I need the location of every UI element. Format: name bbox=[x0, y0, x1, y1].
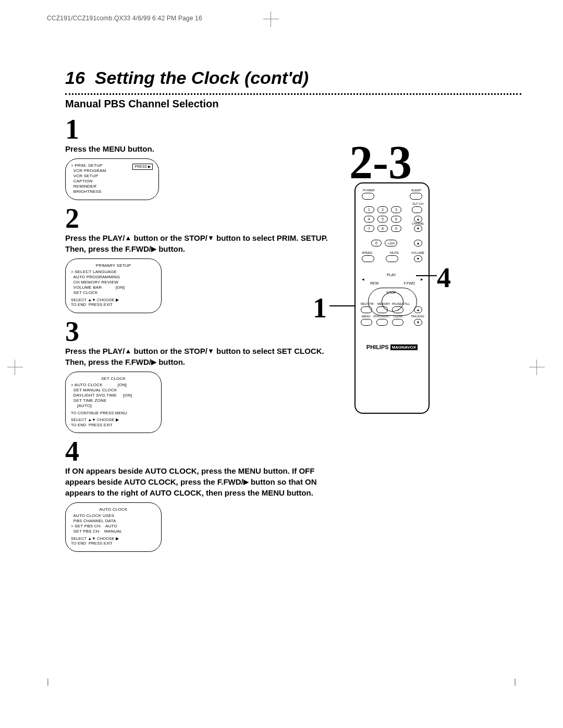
num-3-button: 3 bbox=[391, 206, 401, 213]
menu-title: AUTO CLOCK bbox=[71, 507, 156, 512]
menu-screen-2: PRIMARY SETUP > SELECT LANGUAGE AUTO PRO… bbox=[65, 258, 162, 313]
step-4-text: If ON appears beside AUTO CLOCK, press t… bbox=[65, 465, 331, 498]
left-triangle-icon: ◀ bbox=[362, 277, 364, 281]
menu-row: CAPTION bbox=[71, 179, 153, 184]
label-recotr: REC/OTR bbox=[361, 302, 374, 305]
track-up-button: ▲ bbox=[414, 306, 422, 313]
memory-button bbox=[376, 306, 388, 313]
vol-up-button: ▲ bbox=[414, 240, 422, 246]
label-ffwd: F.FWD bbox=[404, 281, 415, 285]
right-triangle-icon: ▶ bbox=[243, 478, 249, 486]
menu-button bbox=[361, 319, 372, 326]
track-down-button: ▼ bbox=[414, 319, 422, 326]
speed-button bbox=[362, 255, 374, 262]
label-rew: REW bbox=[370, 281, 378, 285]
num-8-button: 8 bbox=[377, 225, 388, 232]
registration-mark-right bbox=[529, 360, 545, 375]
menu-screen-4-frame: AUTO CLOCK AUTO CLOCK USES PBS CHANNEL D… bbox=[65, 502, 162, 552]
title-divider bbox=[65, 90, 521, 95]
menu-title: PRIMARY SETUP bbox=[71, 263, 156, 268]
menu-row: SET CLOCK bbox=[71, 290, 156, 295]
right-triangle-icon: ▶ bbox=[151, 358, 156, 366]
t: Press the PLAY/ bbox=[65, 347, 125, 355]
down-triangle-icon: ▼ bbox=[207, 234, 214, 242]
page-content: 16 Setting the Clock (cont'd) Manual PBS… bbox=[65, 68, 519, 552]
step-4-number: 4 bbox=[65, 437, 519, 465]
menu-row: AUTO PROGRAMMING bbox=[71, 275, 156, 280]
menu-row: > AUTO CLOCK [ON] bbox=[71, 382, 156, 388]
brand-b: MAGNAVOX bbox=[390, 344, 418, 350]
step-1-text: Press the MENU button. bbox=[65, 143, 331, 154]
menu-row: VCR SETUP bbox=[71, 174, 153, 179]
num-4-button: 4 bbox=[364, 216, 374, 223]
step-3-number: 3 bbox=[65, 317, 519, 346]
num-7-button: 7 bbox=[364, 225, 374, 232]
num-2-button: 2 bbox=[377, 206, 388, 213]
num-6-button: 6 bbox=[391, 216, 401, 223]
menu-row: SET MANUAL CLOCK bbox=[71, 388, 156, 393]
menu-screen-3: SET CLOCK > AUTO CLOCK [ON] SET MANUAL C… bbox=[65, 372, 162, 433]
brand-a: PHILIPS bbox=[366, 344, 389, 350]
t: Press the PLAY/ bbox=[65, 233, 125, 242]
brand-label: PHILIPS MAGNAVOX bbox=[360, 344, 424, 350]
label-volume: VOLUME bbox=[411, 251, 424, 254]
menu-row: > SELECT LANGUAGE bbox=[71, 269, 156, 275]
menu-title: SET CLOCK bbox=[71, 376, 156, 381]
menu-screen-3-frame: SET CLOCK > AUTO CLOCK [ON] SET MANUAL C… bbox=[65, 372, 162, 433]
menu-footer: SELECT ▲▼ CHOOSE ▶ TO END PRESS EXIT bbox=[71, 298, 156, 307]
statusexit-button bbox=[376, 319, 388, 326]
callout-1-line bbox=[329, 305, 354, 306]
label-tracking: TRACKING bbox=[411, 315, 424, 318]
remote-inner: POWER SLEEP ALT CH 1 2 3 4 5 6 ▲ CHANNEL… bbox=[360, 188, 424, 409]
menu-row: BRIGHTNESS bbox=[71, 189, 153, 194]
pausestill-button bbox=[392, 306, 403, 313]
menu-footer: SELECT ▲▼ CHOOSE ▶ TO END PRESS EXIT bbox=[71, 536, 156, 546]
remote-body: POWER SLEEP ALT CH 1 2 3 4 5 6 ▲ CHANNEL… bbox=[354, 182, 430, 414]
num-100-button: +100 bbox=[385, 240, 397, 246]
t: button. bbox=[156, 357, 185, 366]
menu-row: SET TIME ZONE bbox=[71, 398, 156, 403]
step-1-number: 1 bbox=[65, 115, 519, 143]
menu-footer: SELECT ▲▼ CHOOSE ▶ TO END PRESS EXIT bbox=[71, 417, 156, 427]
up-triangle-icon: ▲ bbox=[125, 234, 132, 242]
label-mute: MUTE bbox=[390, 251, 399, 254]
menu-screen-2-frame: PRIMARY SETUP > SELECT LANGUAGE AUTO PRO… bbox=[65, 258, 162, 313]
num-9-button: 9 bbox=[391, 225, 401, 232]
menu-row: VOLUME BAR [ON] bbox=[71, 285, 156, 290]
step-2-text: Press the PLAY/▲ button or the STOP/▼ bu… bbox=[65, 232, 331, 254]
page-number: 16 bbox=[65, 68, 85, 88]
ch-down-button: ▼ bbox=[414, 225, 422, 232]
label-pausestill: PAUSE/STILL bbox=[392, 302, 410, 305]
power-button bbox=[362, 193, 374, 200]
t: button. bbox=[156, 244, 185, 253]
sleep-button bbox=[410, 193, 422, 200]
menu-row: CH MEMORY REVIEW bbox=[71, 280, 156, 285]
label-clear: CLEAR bbox=[393, 315, 402, 318]
label-play: PLAY bbox=[387, 273, 396, 277]
press-indicator: PRESS ▶ bbox=[132, 164, 153, 170]
menu-screen-4: AUTO CLOCK AUTO CLOCK USES PBS CHANNEL D… bbox=[65, 502, 162, 552]
footer-mark-left: | bbox=[47, 677, 49, 686]
right-triangle-icon: ▶ bbox=[151, 245, 156, 253]
menu-row: AUTO CLOCK USES bbox=[71, 513, 156, 519]
page-title: 16 Setting the Clock (cont'd) bbox=[65, 68, 519, 88]
footer-mark-right: | bbox=[514, 677, 516, 686]
num-5-button: 5 bbox=[377, 216, 388, 223]
page-title-text: Setting the Clock (cont'd) bbox=[95, 68, 309, 88]
altch-button bbox=[412, 206, 422, 213]
registration-mark-top bbox=[263, 11, 279, 27]
menu-mid: TO CONTINUE PRESS MENU bbox=[71, 411, 156, 415]
t: button or the STOP/ bbox=[131, 347, 207, 355]
menu-row: > SET PBS CH. AUTO bbox=[71, 524, 156, 529]
label-memory: MEMORY bbox=[377, 302, 390, 305]
menu-row: PBS CHANNEL DATA bbox=[71, 519, 156, 524]
down-triangle-icon: ▼ bbox=[207, 347, 214, 355]
label-altch: ALT CH bbox=[412, 202, 423, 205]
menu-row: SET PBS CH. MANUAL bbox=[71, 529, 156, 534]
menu-row: DAYLIGHT SVG.TIME [ON] bbox=[71, 393, 156, 398]
callout-1: 1 bbox=[313, 292, 327, 324]
up-triangle-icon: ▲ bbox=[125, 347, 132, 355]
t: button or the STOP/ bbox=[131, 233, 207, 242]
menu-screen-1: PRESS ▶ > PRIM. SETUP VCR PROGRAM VCR SE… bbox=[65, 158, 159, 200]
num-1-button: 1 bbox=[364, 206, 374, 213]
